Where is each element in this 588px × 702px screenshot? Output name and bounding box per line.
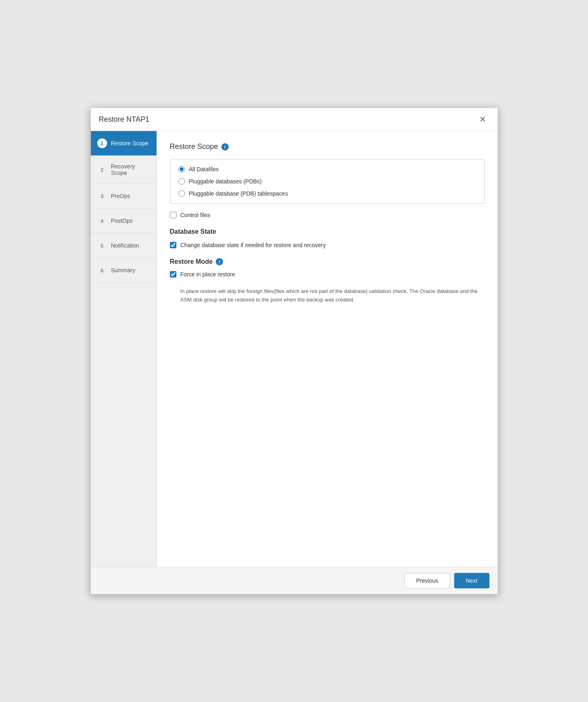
restore-scope-section-title: Restore Scope i — [170, 142, 485, 151]
sidebar-item-label-2: Recovery Scope — [111, 163, 150, 176]
restore-mode-title-text: Restore Mode — [170, 258, 213, 265]
sidebar-item-label-5: Notification — [111, 242, 139, 249]
sidebar: 1 Restore Scope 2 Recovery Scope 3 PreOp… — [91, 131, 157, 567]
restore-mode-info-icon[interactable]: i — [216, 258, 223, 265]
previous-button[interactable]: Previous — [404, 573, 450, 588]
modal-title: Restore NTAP1 — [99, 115, 150, 124]
radio-all-datafiles-label: All Datafiles — [189, 166, 219, 172]
sidebar-item-label-4: PostOps — [111, 217, 133, 224]
radio-pluggable-tablespaces-label: Pluggable database (PDB) tablespaces — [189, 190, 288, 197]
database-state-title: Database State — [170, 228, 485, 235]
main-content: Restore Scope i All Datafiles Pluggable … — [157, 131, 498, 567]
radio-all-datafiles-input[interactable] — [178, 166, 185, 172]
control-files-label: Control files — [180, 212, 210, 218]
sidebar-item-summary[interactable]: 6 Summary — [91, 258, 157, 283]
restore-mode-section: Restore Mode i Force in place restore In… — [170, 258, 485, 304]
modal: Restore NTAP1 ✕ 1 Restore Scope 2 Recove… — [90, 108, 498, 594]
radio-pluggable-dbs[interactable]: Pluggable databases (PDBs) — [178, 178, 476, 185]
control-files-option[interactable]: Control files — [170, 212, 485, 218]
force-in-place-label: Force in place restore — [180, 271, 235, 278]
restore-mode-title: Restore Mode i — [170, 258, 485, 265]
radio-pluggable-dbs-label: Pluggable databases (PDBs) — [189, 178, 262, 185]
next-button[interactable]: Next — [454, 573, 489, 588]
step-number-5: 5 — [97, 241, 107, 250]
force-in-place-checkbox[interactable] — [170, 271, 176, 278]
sidebar-item-restore-scope[interactable]: 1 Restore Scope — [91, 131, 157, 156]
modal-body: 1 Restore Scope 2 Recovery Scope 3 PreOp… — [91, 131, 498, 567]
modal-footer: Previous Next — [91, 567, 498, 594]
close-button[interactable]: ✕ — [476, 114, 489, 125]
sidebar-item-label-3: PreOps — [111, 193, 130, 199]
step-number-6: 6 — [97, 265, 107, 275]
radio-pluggable-dbs-input[interactable] — [178, 178, 185, 185]
database-state-label: Change database state if needed for rest… — [180, 242, 326, 248]
sidebar-item-recovery-scope[interactable]: 2 Recovery Scope — [91, 156, 157, 184]
step-number-1: 1 — [97, 138, 107, 148]
force-in-place-option[interactable]: Force in place restore — [170, 271, 485, 278]
database-state-option[interactable]: Change database state if needed for rest… — [170, 242, 485, 248]
control-files-checkbox[interactable] — [170, 212, 176, 218]
sidebar-item-label-1: Restore Scope — [111, 140, 149, 146]
modal-header: Restore NTAP1 ✕ — [91, 108, 498, 131]
radio-all-datafiles[interactable]: All Datafiles — [178, 166, 476, 172]
restore-mode-description: In place restore will skip the foreign f… — [180, 287, 485, 304]
sidebar-item-preops[interactable]: 3 PreOps — [91, 184, 157, 209]
step-number-3: 3 — [97, 191, 107, 201]
sidebar-item-label-6: Summary — [111, 267, 135, 273]
step-number-4: 4 — [97, 216, 107, 226]
restore-scope-title-text: Restore Scope — [170, 142, 218, 151]
radio-pluggable-tablespaces-input[interactable] — [178, 190, 185, 197]
radio-pluggable-tablespaces[interactable]: Pluggable database (PDB) tablespaces — [178, 190, 476, 197]
sidebar-item-notification[interactable]: 5 Notification — [91, 233, 157, 258]
sidebar-item-postops[interactable]: 4 PostOps — [91, 209, 157, 233]
database-state-checkbox[interactable] — [170, 242, 176, 248]
restore-scope-radio-group: All Datafiles Pluggable databases (PDBs)… — [170, 159, 485, 204]
restore-scope-info-icon[interactable]: i — [221, 143, 229, 151]
step-number-2: 2 — [97, 165, 107, 174]
